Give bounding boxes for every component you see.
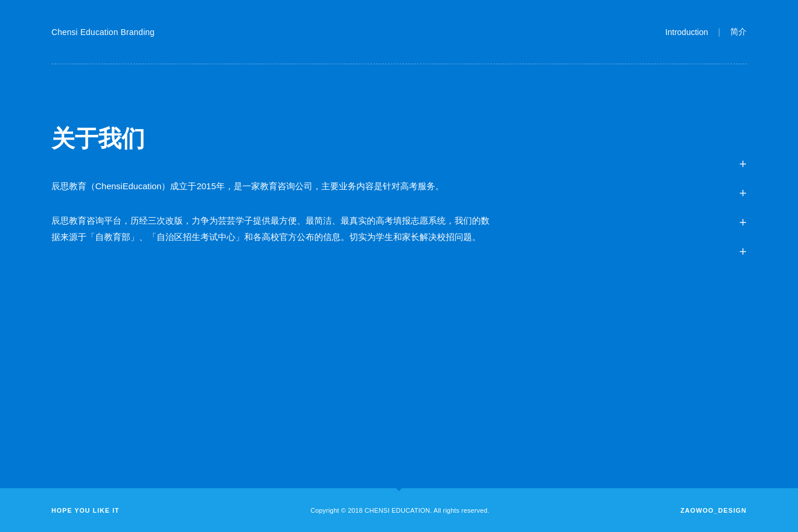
footer-inner: HOPE YOU LIKE IT Copyright © 2018 CHENSI…	[0, 488, 798, 532]
footer-chevron-icon	[376, 468, 422, 491]
paragraph-2: 辰思教育咨询平台，历经三次改版，力争为芸芸学子提供最方便、最简洁、最真实的高考填…	[51, 213, 495, 246]
nav-divider: ｜	[715, 27, 723, 37]
plus-icon-4[interactable]: +	[739, 245, 747, 258]
content-section-1: 辰思教育（ChensiEducation）成立于2015年，是一家教育咨询公司，…	[51, 178, 747, 195]
page-heading: 关于我们	[51, 123, 747, 155]
plus-icon-3[interactable]: +	[739, 216, 747, 229]
page-wrapper: Chensi Education Branding Introduction ｜…	[0, 0, 798, 532]
content-section-2: 辰思教育咨询平台，历经三次改版，力争为芸芸学子提供最方便、最简洁、最真实的高考填…	[51, 213, 747, 246]
nav-chinese: 简介	[730, 27, 747, 37]
plus-icon-2[interactable]: +	[739, 187, 747, 200]
footer-right-text: ZAOWOO_DESIGN	[681, 507, 747, 514]
plus-icon-group: + + + +	[739, 158, 747, 258]
footer-left-text: HOPE YOU LIKE IT	[51, 507, 119, 514]
plus-icon-1[interactable]: +	[739, 158, 747, 171]
footer-copyright: Copyright © 2018 CHENSI EDUCATION. All r…	[311, 507, 490, 514]
main-content: 关于我们 辰思教育（ChensiEducation）成立于2015年，是一家教育…	[0, 64, 798, 468]
nav-intro: Introduction	[665, 27, 708, 37]
header-nav: Introduction ｜ 简介	[665, 27, 747, 37]
footer: HOPE YOU LIKE IT Copyright © 2018 CHENSI…	[0, 468, 798, 532]
header: Chensi Education Branding Introduction ｜…	[0, 0, 798, 64]
paragraph-1: 辰思教育（ChensiEducation）成立于2015年，是一家教育咨询公司，…	[51, 178, 495, 195]
brand-title: Chensi Education Branding	[51, 27, 155, 37]
